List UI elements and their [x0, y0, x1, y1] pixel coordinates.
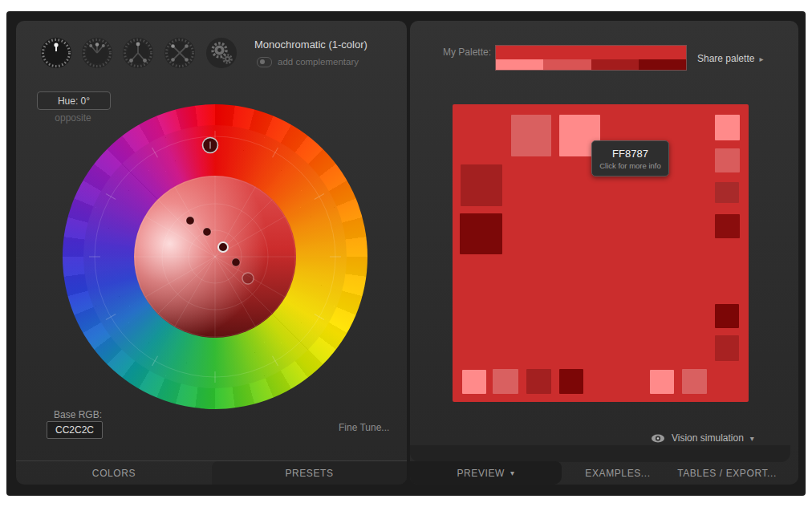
- page: Monochromatic (1-color) add complementar…: [0, 0, 812, 507]
- my-palette-label: My Palette:: [443, 47, 491, 58]
- share-palette-label: Share palette: [697, 53, 754, 64]
- tetrad-scheme-icon[interactable]: [164, 37, 196, 69]
- tab-presets[interactable]: PRESETS: [212, 461, 407, 485]
- preview-square[interactable]: [559, 369, 583, 394]
- monochromatic-scheme-icon[interactable]: [40, 37, 72, 69]
- color-wheel[interactable]: [63, 104, 367, 409]
- eye-icon: [651, 433, 665, 444]
- right-panel-tabbar: PREVIEW ▾ EXAMPLES... TABLES / EXPORT...: [410, 461, 798, 485]
- tab-examples[interactable]: EXAMPLES...: [562, 461, 674, 485]
- vision-caret-icon: ▾: [750, 434, 754, 443]
- add-complementary-toggle[interactable]: [257, 57, 272, 67]
- preview-square[interactable]: [715, 115, 740, 140]
- add-complementary-label: add complementary: [278, 57, 359, 67]
- variant-markers: [186, 217, 254, 284]
- palette-main-swatch[interactable]: [496, 46, 686, 59]
- base-rgb-label: Base RGB:: [54, 409, 102, 420]
- preview-square[interactable]: [511, 115, 551, 156]
- tab-colors[interactable]: COLORS: [16, 461, 212, 485]
- fine-tune-link[interactable]: Fine Tune...: [339, 422, 389, 433]
- preview-square[interactable]: [650, 370, 674, 394]
- tab-tables-export[interactable]: TABLES / EXPORT...: [667, 461, 787, 485]
- preview-square[interactable]: [462, 370, 486, 394]
- palette-variant-swatch[interactable]: [639, 59, 686, 70]
- freestyle-scheme-icon[interactable]: [205, 37, 238, 69]
- palette-variant-row: [496, 59, 686, 70]
- color-wheel-panel: Monochromatic (1-color) add complementar…: [16, 21, 407, 485]
- preview-panel: My Palette: Share palette▸ FF8787 Click …: [410, 21, 798, 485]
- preview-square[interactable]: [715, 335, 739, 361]
- preview-canvas[interactable]: FF8787 Click for more info: [453, 104, 749, 402]
- preview-square[interactable]: [682, 369, 707, 394]
- palette-variant-swatch[interactable]: [496, 59, 543, 70]
- preview-square[interactable]: [715, 148, 740, 172]
- preview-caret-icon: ▾: [510, 468, 515, 477]
- tab-preview-label: PREVIEW: [457, 468, 505, 479]
- preview-square[interactable]: [715, 304, 739, 328]
- wheel-overlay: [63, 104, 367, 409]
- preview-square[interactable]: [461, 164, 502, 206]
- tooltip-hex-value: FF8787: [612, 148, 648, 160]
- palette-variant-swatch[interactable]: [591, 59, 639, 70]
- base-rgb-input[interactable]: [47, 421, 103, 439]
- share-palette-link[interactable]: Share palette▸: [697, 53, 763, 64]
- preview-square[interactable]: [715, 214, 740, 238]
- adjacent-scheme-icon[interactable]: [81, 37, 113, 69]
- left-panel-tabbar: COLORS PRESETS: [16, 460, 407, 485]
- palette-strip[interactable]: [496, 46, 686, 70]
- triad-scheme-icon[interactable]: [122, 37, 154, 69]
- palette-variant-swatch[interactable]: [543, 59, 591, 70]
- tab-preview[interactable]: PREVIEW ▾: [410, 461, 562, 485]
- preview-footer-sheet: [410, 445, 790, 462]
- preview-square[interactable]: [526, 369, 551, 394]
- scheme-title: Monochromatic (1-color): [254, 39, 367, 51]
- color-tooltip[interactable]: FF8787 Click for more info: [591, 140, 669, 176]
- share-arrow-icon: ▸: [759, 55, 763, 63]
- app-background: Monochromatic (1-color) add complementar…: [6, 11, 806, 496]
- preview-square[interactable]: [460, 213, 502, 254]
- add-complementary-control[interactable]: add complementary: [257, 56, 359, 67]
- tooltip-subtitle: Click for more info: [599, 161, 661, 170]
- preview-square[interactable]: [493, 369, 518, 394]
- hue-marker: [203, 138, 218, 153]
- preview-square[interactable]: [715, 182, 739, 203]
- vision-simulation-control[interactable]: Vision simulation ▾: [651, 431, 754, 445]
- vision-simulation-label: Vision simulation: [672, 432, 744, 444]
